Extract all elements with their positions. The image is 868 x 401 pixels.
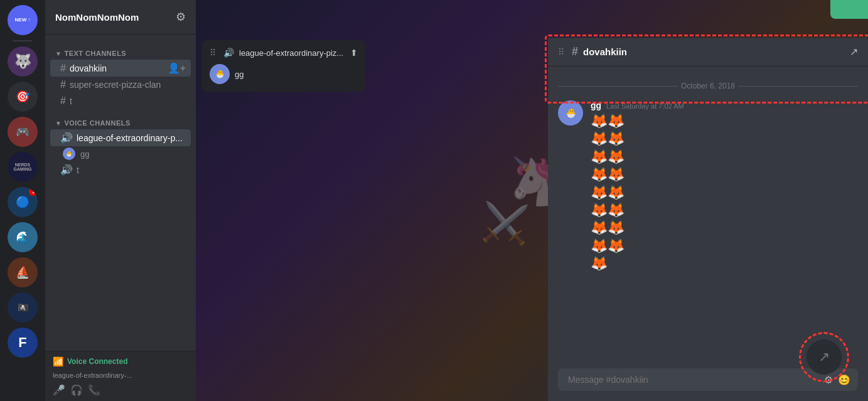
message-emojis: 🦊🦊 🦊🦊 🦊🦊 🦊🦊 🦊🦊 🦊🦊 🦊🦊 🦊🦊 🦊: [591, 113, 858, 272]
chat-drag-icon: ⠿: [558, 47, 564, 57]
voice-channels-arrow: ▼: [55, 120, 62, 127]
chat-panel: ⠿ # dovahkiin ↗ October 6, 2018 🐣 gg Las…: [548, 38, 868, 401]
chat-message-input[interactable]: [558, 368, 858, 391]
voice-popup: ⠿ 🔊 league-of-extraordinary-piz... ⬆ 🐣 g…: [202, 40, 365, 92]
emoji-row-4: 🦊🦊: [591, 166, 858, 183]
message-timestamp: Last Saturday at 7:02 AM: [606, 102, 684, 110]
voice-popup-speaker-icon: 🔊: [223, 48, 234, 58]
voice-channel-user: 🐣 gg: [45, 146, 196, 161]
channel-t[interactable]: # t: [50, 93, 191, 109]
mute-mic-icon[interactable]: 🎤: [53, 384, 65, 396]
voice-popup-user: 🐣 gg: [210, 64, 358, 84]
message-avatar: 🐣: [558, 100, 583, 126]
server-icon-blue[interactable]: 🔵 1: [8, 187, 38, 217]
voice-user-avatar: 🐣: [63, 147, 75, 160]
input-emoji-icon[interactable]: 😊: [838, 374, 850, 386]
phone-icon[interactable]: 📞: [88, 384, 100, 396]
server-icon-swirl[interactable]: 🌊: [8, 222, 38, 252]
emoji-row-2: 🦊🦊: [591, 131, 858, 147]
chat-input-icons: ⚙ 😊: [824, 374, 850, 386]
server-sidebar: NEW ↑ 🐺 🎯 🎮 NERDSGAMING 🔵 1 🌊 ⛵ 🏴‍☠️ F: [0, 0, 45, 401]
server-icon-new[interactable]: NEW ↑: [8, 5, 38, 35]
server-icon-f[interactable]: F: [8, 328, 38, 358]
chat-input-wrapper: ⚙ 😊: [558, 368, 858, 391]
headset-icon[interactable]: 🎧: [70, 384, 83, 396]
voice-control-icons: 🎤 🎧 📞: [53, 383, 188, 396]
emoji-row-7: 🦊🦊: [591, 220, 858, 236]
date-divider: October 6, 2018: [558, 82, 858, 90]
input-settings-icon[interactable]: ⚙: [824, 374, 833, 386]
notification-badge: 1: [29, 187, 38, 196]
download-icon[interactable]: ⬆: [350, 48, 358, 58]
chat-header: ⠿ # dovahkiin ↗: [548, 38, 868, 67]
message-header: gg Last Saturday at 7:02 AM: [591, 100, 858, 110]
voice-channel-subtext: league-of-extraordinary-...: [53, 369, 188, 380]
voice-connected-bar: 📶 Voice Connected league-of-extraordinar…: [45, 351, 196, 401]
speaker-icon: 🔊: [60, 132, 73, 144]
emoji-row-8: 🦊🦊: [591, 238, 858, 254]
server-divider: [13, 40, 33, 41]
server-icon-sea[interactable]: 🏴‍☠️: [8, 292, 38, 323]
server-icon-wolf[interactable]: 🐺: [8, 46, 38, 77]
top-right-box: [830, 0, 868, 19]
voice-popup-header: ⠿ 🔊 league-of-extraordinary-piz... ⬆: [210, 48, 358, 58]
channel-dovahkiin[interactable]: # dovahkiin 👤+: [50, 60, 191, 77]
emoji-row-6: 🦊🦊: [591, 202, 858, 218]
channel-list: ▼ TEXT CHANNELS # dovahkiin 👤+ # super-s…: [45, 35, 196, 351]
speaker-icon-2: 🔊: [60, 164, 73, 176]
signal-icon: 📶: [53, 356, 63, 366]
channel-pizza[interactable]: # super-secret-pizza-clan: [50, 77, 191, 93]
hash-icon-2: #: [60, 79, 66, 90]
chat-channel-name: dovahkiin: [583, 46, 845, 57]
chat-messages: October 6, 2018 🐣 gg Last Saturday at 7:…: [548, 67, 868, 363]
chat-hash-icon: #: [572, 45, 578, 58]
drag-handle-icon[interactable]: ⠿: [210, 48, 216, 58]
channel-sidebar: NomNomNomNom ⚙ ▼ TEXT CHANNELS # dovahki…: [45, 0, 196, 401]
main-content: 🦄 ⚔️ 🎯 ⠿ 🔊 league-of-extraordinary-piz..…: [196, 0, 868, 401]
popout-icon[interactable]: ↗: [850, 46, 858, 58]
text-channels-header: ▼ TEXT CHANNELS: [45, 40, 196, 60]
sidebar-header: NomNomNomNom ⚙: [45, 0, 196, 35]
message-username: gg: [591, 100, 601, 110]
chat-message: 🐣 gg Last Saturday at 7:02 AM 🦊🦊 🦊🦊 🦊🦊 🦊…: [558, 98, 858, 275]
voice-popup-avatar: 🐣: [210, 64, 230, 84]
settings-gear-icon[interactable]: ⚙: [176, 10, 186, 24]
message-content: gg Last Saturday at 7:02 AM 🦊🦊 🦊🦊 🦊🦊 🦊🦊 …: [591, 100, 858, 272]
voice-popup-channel-name: league-of-extraordinary-piz...: [239, 48, 345, 58]
server-icon-red[interactable]: 🎮: [8, 117, 38, 147]
server-icon-brown[interactable]: ⛵: [8, 257, 38, 287]
emoji-row-3: 🦊🦊: [591, 149, 858, 165]
hash-icon-3: #: [60, 95, 66, 107]
add-member-icon[interactable]: 👤+: [168, 62, 186, 74]
voice-channels-header: ▼ VOICE CHANNELS: [45, 109, 196, 129]
voice-connected-text: Voice Connected: [67, 357, 127, 366]
emoji-row-9: 🦊: [591, 255, 858, 272]
voice-channel-league[interactable]: 🔊 league-of-extraordinary-p...: [50, 129, 191, 146]
voice-popup-username: gg: [235, 70, 244, 79]
chat-input-area: ⚙ 😊: [548, 363, 868, 401]
server-name: NomNomNomNom: [55, 12, 139, 23]
server-icon-nerds[interactable]: NERDSGAMING: [8, 152, 38, 182]
server-icon-tank[interactable]: 🎯: [8, 82, 38, 112]
hash-icon: #: [60, 63, 66, 74]
text-channels-arrow: ▼: [55, 50, 62, 57]
emoji-row-1: 🦊🦊: [591, 113, 858, 129]
voice-connected-info: 📶 Voice Connected: [53, 356, 188, 366]
voice-channel-t[interactable]: 🔊 t: [50, 161, 191, 178]
voice-username: gg: [80, 149, 89, 159]
emoji-row-5: 🦊🦊: [591, 184, 858, 201]
